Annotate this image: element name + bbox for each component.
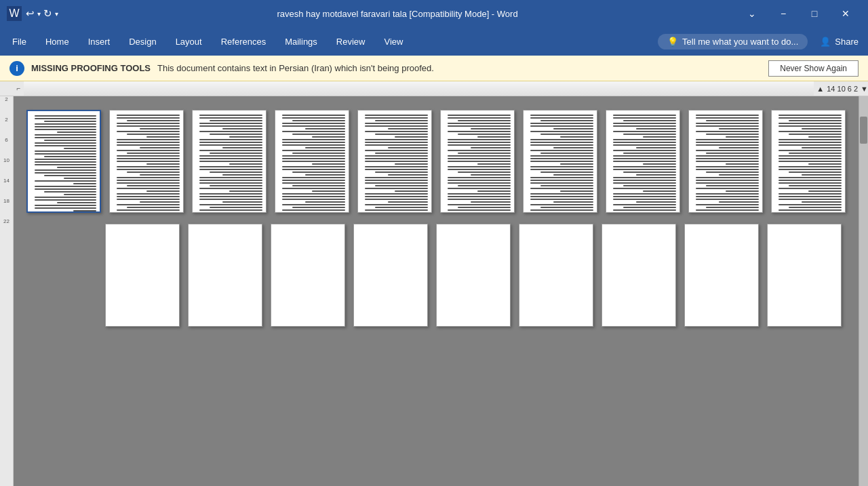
- undo-dropdown[interactable]: ▾: [37, 10, 41, 18]
- page-1[interactable]: [26, 110, 101, 213]
- page-14[interactable]: [353, 224, 428, 327]
- page-10[interactable]: [771, 110, 846, 213]
- zoom-controls: ▲ 14 10 6 2 ▼: [816, 85, 868, 93]
- notification-title: MISSING PROOFING TOOLS: [31, 63, 151, 73]
- minimize-button[interactable]: −: [768, 0, 799, 27]
- zoom-up-icon[interactable]: ▲: [816, 85, 824, 93]
- page-1-content: [28, 111, 100, 213]
- menu-design[interactable]: Design: [119, 27, 165, 56]
- document-title: ravesh hay motdavel faravari tala [Compa…: [58, 9, 736, 19]
- page-17[interactable]: [601, 224, 676, 327]
- page-2-content: [110, 110, 183, 213]
- page-12[interactable]: [188, 224, 262, 327]
- ruler-num-14: 14: [0, 178, 13, 198]
- title-bar: W ↩ ▾ ↻ ▾ ravesh hay motdavel faravari t…: [0, 0, 868, 27]
- page-5[interactable]: [357, 110, 432, 213]
- ribbon-display-button[interactable]: ⌄: [736, 0, 768, 27]
- page-row-2: (function() { const row = document.query…: [105, 224, 842, 327]
- page-3[interactable]: [192, 110, 267, 213]
- page-8[interactable]: [606, 110, 680, 213]
- menu-view[interactable]: View: [374, 27, 412, 56]
- ribbon-menu: File Home Insert Design Layout Reference…: [0, 27, 868, 56]
- horizontal-ruler: ⌐ ▲ 14 10 6 2 ▼: [0, 81, 868, 96]
- page-row-1: // Generate 9 more page thumbnails for r…: [26, 110, 846, 213]
- page-9[interactable]: [688, 110, 763, 213]
- info-icon: i: [9, 61, 24, 76]
- page-3-content: [193, 110, 266, 213]
- page-6[interactable]: [440, 110, 515, 213]
- notification-message: This document contains text in Persian (…: [157, 63, 434, 73]
- page-2[interactable]: [109, 110, 184, 213]
- zoom-down-icon[interactable]: ▼: [861, 85, 868, 93]
- share-button[interactable]: 👤 Share: [813, 37, 865, 47]
- menu-references[interactable]: References: [212, 27, 275, 56]
- redo-button[interactable]: ↻: [43, 7, 52, 20]
- menu-insert[interactable]: Insert: [79, 27, 120, 56]
- menu-mailings[interactable]: Mailings: [275, 27, 327, 56]
- menu-home[interactable]: Home: [36, 27, 79, 56]
- ruler-num-18: 18: [0, 198, 13, 218]
- lightbulb-icon: 💡: [667, 37, 678, 47]
- ruler-numbers: 2 2 6 10 14 18 22: [0, 96, 13, 239]
- maximize-button[interactable]: □: [799, 0, 830, 27]
- ruler-corner[interactable]: ⌐: [14, 85, 24, 92]
- tell-me-search[interactable]: 💡 Tell me what you want to do...: [658, 34, 808, 49]
- vertical-scrollbar[interactable]: [859, 96, 868, 486]
- page-15[interactable]: [436, 224, 511, 327]
- page-5-content: [358, 110, 431, 213]
- share-icon: 👤: [820, 37, 831, 47]
- zoom-values: 14 10 6 2: [827, 85, 858, 93]
- close-button[interactable]: ✕: [830, 0, 861, 27]
- menu-file[interactable]: File: [3, 27, 36, 56]
- notification-bar: i MISSING PROOFING TOOLS This document c…: [0, 56, 868, 81]
- menu-layout[interactable]: Layout: [166, 27, 212, 56]
- word-icon: W: [7, 6, 22, 21]
- page-13[interactable]: [271, 224, 345, 327]
- vertical-ruler: 2 2 6 10 14 18 22: [0, 96, 14, 486]
- page-7-content: [524, 110, 597, 213]
- document-area[interactable]: // Generate 9 more page thumbnails for r…: [14, 96, 859, 486]
- ruler-num-2b: 2: [0, 117, 13, 137]
- tell-me-text: Tell me what you want to do...: [682, 37, 798, 47]
- undo-button[interactable]: ↩: [26, 7, 35, 20]
- page-16[interactable]: [519, 224, 593, 327]
- page-9-content: [689, 110, 762, 213]
- ruler-scale: [24, 81, 814, 96]
- page-7[interactable]: [523, 110, 597, 213]
- window-controls: ⌄ − □ ✕: [736, 0, 861, 27]
- page-18[interactable]: [684, 224, 759, 327]
- title-bar-left: W ↩ ▾ ↻ ▾: [7, 6, 58, 21]
- page-4[interactable]: [275, 110, 349, 213]
- page-8-content: [606, 110, 679, 213]
- page-4-content: [275, 110, 349, 213]
- menu-bar-right: 💡 Tell me what you want to do... 👤 Share: [658, 27, 865, 56]
- page-10-content: [772, 110, 845, 213]
- share-label: Share: [835, 37, 859, 47]
- ruler-num-2a: 2: [0, 96, 13, 117]
- page-19[interactable]: [767, 224, 842, 327]
- main-content-area: 2 2 6 10 14 18 22: [0, 96, 868, 486]
- page-6-content: [441, 110, 514, 213]
- undo-redo-group: ↩ ▾ ↻ ▾: [26, 7, 58, 20]
- ruler-num-10: 10: [0, 157, 13, 178]
- menu-review[interactable]: Review: [327, 27, 375, 56]
- ruler-num-22: 22: [0, 218, 13, 239]
- page-11[interactable]: [105, 224, 180, 327]
- never-show-again-button[interactable]: Never Show Again: [768, 60, 859, 77]
- ruler-num-6: 6: [0, 137, 13, 157]
